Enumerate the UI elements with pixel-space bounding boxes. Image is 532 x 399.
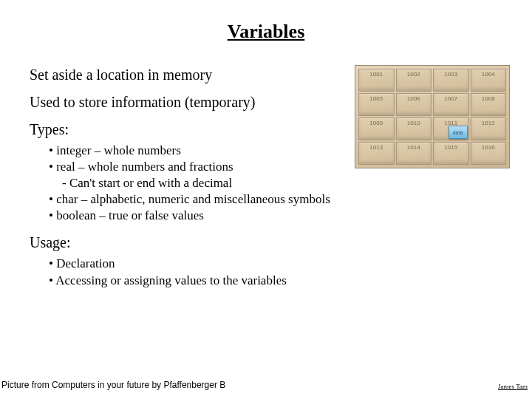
memory-cell: 1006 (396, 93, 432, 116)
usage-list: Declaration Accessing or assigning value… (30, 256, 517, 288)
memory-cell: 1009 (358, 117, 395, 140)
memory-cell: 1015 (433, 142, 469, 165)
memory-cell: 1003 (433, 69, 469, 92)
author-name: James Tam (498, 383, 528, 390)
memory-cell: 1004 (471, 69, 507, 92)
slide-title: Variables (0, 0, 532, 56)
memory-grid: 1001100210031004100510061007100810091010… (355, 65, 510, 168)
memory-cell: 1002 (396, 69, 432, 92)
usage-access: Accessing or assigning values to the var… (49, 273, 517, 289)
data-chip: data (449, 126, 468, 139)
memory-cell: 1001 (358, 69, 395, 92)
usage-heading: Usage: (30, 234, 517, 251)
usage-declaration: Declaration (49, 256, 517, 272)
type-char: char – alphabetic, numeric and miscellan… (49, 191, 517, 208)
type-real-note: Can't start or end with a decimal (30, 175, 517, 191)
memory-cell: 1014 (396, 142, 432, 165)
memory-diagram: 1001100210031004100510061007100810091010… (355, 65, 510, 168)
memory-cell: 1010 (396, 117, 432, 140)
memory-cell: 1012 (471, 117, 507, 140)
memory-cell: 1013 (358, 142, 395, 165)
picture-credit: Picture from Computers in your future by… (1, 380, 225, 390)
memory-cell: 1016 (471, 142, 507, 165)
type-boolean: boolean – true or false values (49, 208, 517, 224)
types-list-cont: char – alphabetic, numeric and miscellan… (30, 191, 517, 224)
memory-cell: 1011data (433, 117, 469, 140)
memory-cell: 1005 (358, 93, 395, 116)
memory-cell: 1008 (471, 93, 507, 116)
memory-cell: 1007 (433, 93, 469, 116)
